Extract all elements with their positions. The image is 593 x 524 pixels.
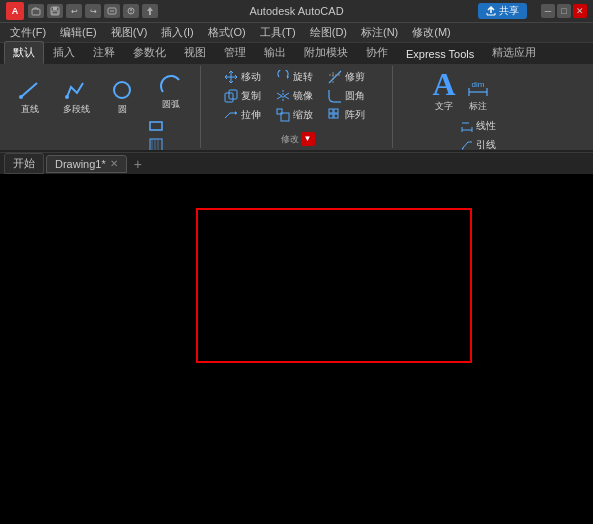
open-icon[interactable] [28, 4, 44, 18]
text-button[interactable]: A 文字 [432, 68, 455, 113]
rotate-button[interactable]: 旋转 [273, 68, 323, 86]
rect-button[interactable] [146, 117, 196, 135]
tab-output[interactable]: 输出 [255, 41, 295, 64]
copy-label: 复制 [241, 89, 261, 103]
cad-logo: A [6, 2, 24, 20]
tab-express-tools[interactable]: Express Tools [397, 44, 483, 64]
tab-default[interactable]: 默认 [4, 41, 44, 64]
menu-draw[interactable]: 绘图(D) [304, 24, 353, 41]
hatch-button[interactable] [146, 136, 196, 152]
menu-view[interactable]: 视图(V) [105, 24, 154, 41]
doc-tabs: 开始 Drawing1* ✕ + [0, 152, 593, 174]
fillet-label: 圆角 [345, 89, 365, 103]
svg-rect-33 [334, 114, 338, 118]
text-label: 文字 [435, 100, 453, 113]
canvas-area [0, 174, 593, 524]
menu-tools[interactable]: 工具(T) [254, 24, 302, 41]
doc-tab-close-button[interactable]: ✕ [110, 158, 118, 169]
title-text: Autodesk AutoCAD [249, 5, 343, 17]
title-left: A ↩ ↪ [6, 2, 158, 20]
undo-icon[interactable]: ↩ [66, 4, 82, 18]
menu-insert[interactable]: 插入(I) [155, 24, 199, 41]
svg-line-9 [21, 83, 37, 97]
svg-rect-2 [53, 7, 57, 10]
doc-tab-drawing1[interactable]: Drawing1* ✕ [46, 155, 127, 173]
menu-format[interactable]: 格式(O) [202, 24, 252, 41]
publish-icon[interactable] [142, 4, 158, 18]
doc-tab-start[interactable]: 开始 [4, 153, 44, 174]
new-tab-button[interactable]: + [129, 155, 147, 173]
modify-col-1: 移动 复制 拉伸 [221, 68, 271, 124]
circle-label: 圆 [118, 103, 127, 116]
tab-parametric[interactable]: 参数化 [124, 41, 175, 64]
menu-modify[interactable]: 修改(M) [406, 24, 457, 41]
menu-file[interactable]: 文件(F) [4, 24, 52, 41]
linear-button[interactable]: 线性 [458, 117, 498, 135]
tab-collaborate[interactable]: 协作 [357, 41, 397, 64]
modify-dropdown-button[interactable]: ▼ [301, 132, 315, 146]
ribbon-group-modify: 移动 复制 拉伸 旋转 镜像 [203, 66, 393, 148]
svg-rect-32 [329, 114, 333, 118]
draw-col-1: 直线 [8, 68, 52, 126]
menu-dimension[interactable]: 标注(N) [355, 24, 404, 41]
svg-point-12 [114, 82, 130, 98]
linear-label: 线性 [476, 119, 496, 133]
redo-icon[interactable]: ↪ [85, 4, 101, 18]
draw-col-4: 圆弧 [146, 68, 196, 152]
tab-featured[interactable]: 精选应用 [483, 41, 545, 64]
move-label: 移动 [241, 70, 261, 84]
modify-tools: 移动 复制 拉伸 旋转 镜像 [207, 68, 388, 131]
tab-annotate[interactable]: 注释 [84, 41, 124, 64]
text-icon: A [432, 68, 455, 100]
array-label: 阵列 [345, 108, 365, 122]
ribbon: 直线 多段线 圆 [0, 64, 593, 152]
leader-button[interactable]: 引线 [458, 136, 498, 152]
array-button[interactable]: 阵列 [325, 106, 375, 124]
svg-marker-20 [235, 111, 237, 115]
window-controls: ─ □ ✕ [541, 4, 587, 18]
tab-manage[interactable]: 管理 [215, 41, 255, 64]
share-label: 共享 [499, 4, 519, 18]
properties-icon[interactable] [123, 4, 139, 18]
menu-bar: 文件(F) 编辑(E) 视图(V) 插入(I) 格式(O) 工具(T) 绘图(D… [0, 22, 593, 42]
draw-tools: 直线 多段线 圆 [8, 68, 196, 152]
svg-rect-30 [329, 109, 333, 113]
tab-view[interactable]: 视图 [175, 41, 215, 64]
trim-button[interactable]: 修剪 [325, 68, 375, 86]
polyline-button[interactable]: 多段线 [54, 68, 98, 126]
arc-button[interactable]: 圆弧 [149, 68, 193, 116]
quick-access-toolbar: ↩ ↪ [28, 4, 158, 18]
save-icon[interactable] [47, 4, 63, 18]
svg-rect-3 [52, 11, 58, 14]
dimension-button[interactable]: dim 标注 [460, 68, 496, 116]
polyline-label: 多段线 [63, 103, 90, 116]
mirror-label: 镜像 [293, 89, 313, 103]
close-button[interactable]: ✕ [573, 4, 587, 18]
line-button[interactable]: 直线 [8, 68, 52, 126]
dimension-label: 标注 [469, 100, 487, 113]
move-button[interactable]: 移动 [221, 68, 271, 86]
draw-col-2: 多段线 [54, 68, 98, 126]
annotate-tools: A 文字 dim [399, 68, 531, 152]
ribbon-group-draw: 直线 多段线 圆 [4, 66, 201, 148]
scale-button[interactable]: 缩放 [273, 106, 323, 124]
modify-group-label: 修改 [281, 131, 299, 146]
minimize-button[interactable]: ─ [541, 4, 555, 18]
stretch-button[interactable]: 拉伸 [221, 106, 271, 124]
menu-edit[interactable]: 编辑(E) [54, 24, 103, 41]
share-button[interactable]: 共享 [478, 3, 527, 19]
circle-button[interactable]: 圆 [100, 68, 144, 126]
svg-rect-0 [32, 9, 40, 15]
ribbon-group-annotate: A 文字 dim [395, 66, 535, 148]
line-label: 直线 [21, 103, 39, 116]
tab-insert[interactable]: 插入 [44, 41, 84, 64]
modify-col-2: 旋转 镜像 缩放 [273, 68, 323, 124]
svg-rect-13 [150, 122, 162, 130]
mirror-button[interactable]: 镜像 [273, 87, 323, 105]
tab-addons[interactable]: 附加模块 [295, 41, 357, 64]
fillet-button[interactable]: 圆角 [325, 87, 375, 105]
plot-icon[interactable] [104, 4, 120, 18]
copy-button[interactable]: 复制 [221, 87, 271, 105]
scale-label: 缩放 [293, 108, 313, 122]
maximize-button[interactable]: □ [557, 4, 571, 18]
